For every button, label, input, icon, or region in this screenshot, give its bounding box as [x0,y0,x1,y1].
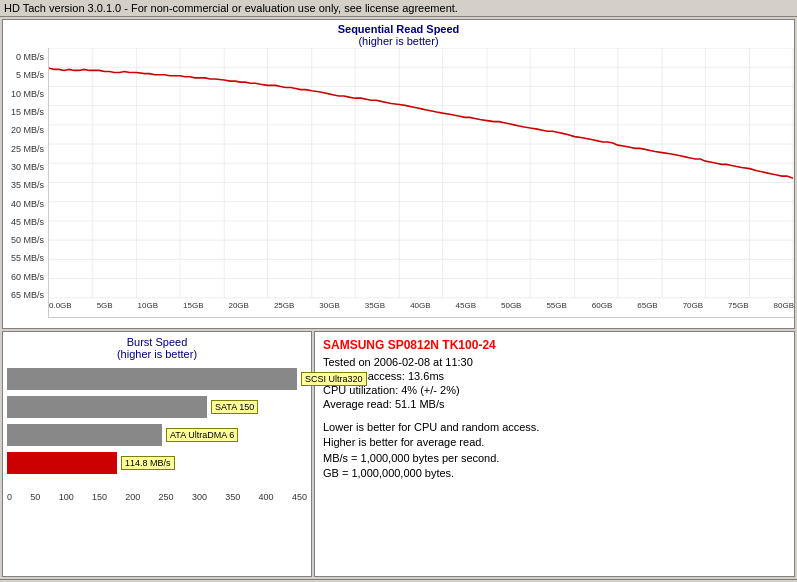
chart-plot: 0.0GB 5GB 10GB 15GB 20GB 25GB 30GB 35GB … [48,48,794,318]
scsi-label: SCSI Ultra320 [301,372,367,386]
y-axis: 65 MB/s 60 MB/s 55 MB/s 50 MB/s 45 MB/s … [3,48,48,318]
chart-svg [49,48,794,317]
info-note-3: MB/s = 1,000,000 bytes per second. [323,451,786,466]
sata-label: SATA 150 [211,400,258,414]
burst-chart-title: Burst Speed (higher is better) [7,336,307,360]
info-panel: SAMSUNG SP0812N TK100-24 Tested on 2006-… [314,331,795,577]
info-line-1: Tested on 2006-02-08 at 11:30 [323,356,786,368]
info-note-4: GB = 1,000,000,000 bytes. [323,466,786,481]
x-axis-labels: 0.0GB 5GB 10GB 15GB 20GB 25GB 30GB 35GB … [49,299,794,317]
speed-label: 114.8 MB/s [121,456,175,470]
burst-x-axis: 0 50 100 150 200 250 300 350 400 450 [7,492,307,502]
burst-chart: Burst Speed (higher is better) SCSI Ultr… [2,331,312,577]
title-bar: HD Tach version 3.0.1.0 - For non-commer… [0,0,797,17]
info-line-2: Random access: 13.6ms [323,370,786,382]
info-note-1: Lower is better for CPU and random acces… [323,420,786,435]
info-line-4: Average read: 51.1 MB/s [323,398,786,410]
sequential-chart-title: Sequential Read Speed (higher is better) [3,20,794,48]
info-line-3: CPU utilization: 4% (+/- 2%) [323,384,786,396]
drive-title: SAMSUNG SP0812N TK100-24 [323,338,786,352]
ata-label: ATA UltraDMA 6 [166,428,238,442]
bottom-section: Burst Speed (higher is better) SCSI Ultr… [2,331,795,577]
title-text: HD Tach version 3.0.1.0 - For non-commer… [4,2,458,14]
sequential-chart-area: 65 MB/s 60 MB/s 55 MB/s 50 MB/s 45 MB/s … [3,48,794,318]
info-note-2: Higher is better for average read. [323,435,786,450]
main-content: Sequential Read Speed (higher is better)… [0,17,797,579]
sequential-chart: Sequential Read Speed (higher is better)… [2,19,795,329]
